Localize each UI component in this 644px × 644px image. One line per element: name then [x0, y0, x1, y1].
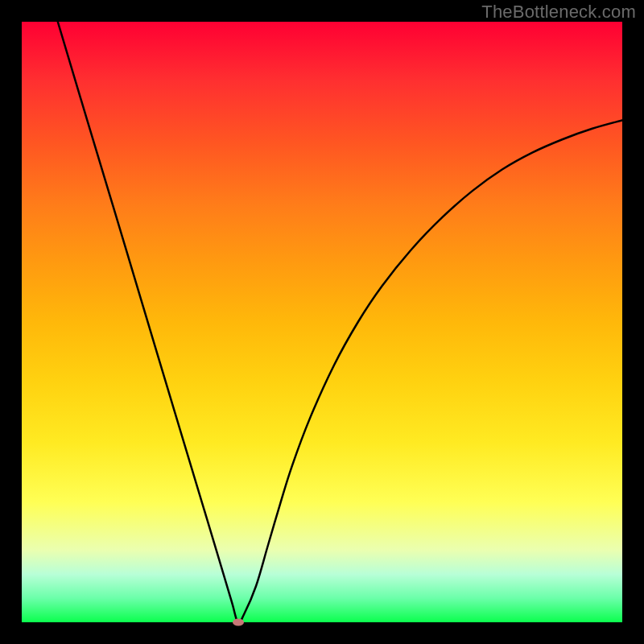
watermark-text: TheBottleneck.com — [481, 2, 636, 23]
chart-frame: TheBottleneck.com — [0, 0, 644, 644]
plot-area — [22, 22, 622, 622]
minimum-marker — [233, 619, 244, 626]
bottleneck-curve — [22, 22, 622, 622]
